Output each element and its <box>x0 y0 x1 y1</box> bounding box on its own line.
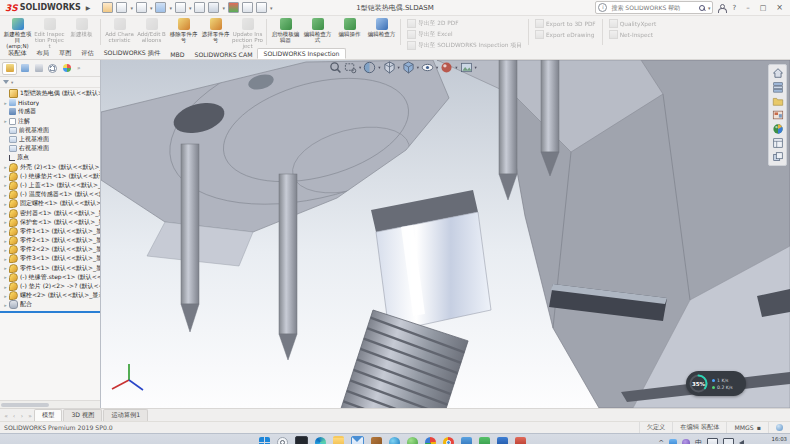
tab-sketch[interactable]: 草图 <box>54 48 76 59</box>
export-edrawing-item[interactable]: Export eDrawing <box>535 30 596 39</box>
edit-appearance-icon[interactable] <box>440 61 453 74</box>
tree-item-component[interactable]: ▸固定螺栓<1> (默认<<默认>_显示 <box>2 199 100 208</box>
tree-item-annotations[interactable]: ▸注解 <box>2 117 100 126</box>
select-icon[interactable] <box>208 2 219 13</box>
expand-arrow-icon[interactable]: ▸ <box>2 118 9 124</box>
net-inspect-item[interactable]: Net-Inspect <box>609 30 657 39</box>
expand-arrow-icon[interactable]: ▸ <box>2 210 9 216</box>
tree-item-history[interactable]: ▸History <box>2 98 100 107</box>
expand-arrow-icon[interactable]: ▸ <box>2 173 9 179</box>
add-edit-balloons-button[interactable]: Add/Edit Balloons <box>136 17 167 47</box>
tab-nav-last-icon[interactable]: » <box>26 412 34 419</box>
search-icon[interactable] <box>698 4 706 12</box>
tab-assembly[interactable]: 装配体 <box>3 48 32 59</box>
graphics-viewport[interactable]: ▾ ▾ ▾ ▾ ▾ ▾ ▾ <box>101 60 790 408</box>
zoom-area-icon[interactable] <box>344 61 357 74</box>
tree-item-component[interactable]: ▸(-) 垫片 (2)<2> ->? (默认<<默认 <box>2 282 100 291</box>
login-icon[interactable] <box>717 4 725 12</box>
expand-arrow-icon[interactable]: ▸ <box>2 192 9 198</box>
word-icon[interactable] <box>497 437 508 444</box>
close-button[interactable]: × <box>773 3 786 12</box>
expand-arrow-icon[interactable]: ▸ <box>2 256 9 262</box>
scrollbar-thumb[interactable] <box>1 403 49 407</box>
tree-item-component[interactable]: ▸(-) 绝缘垫片<1> (默认<<默认>_显 <box>2 172 100 181</box>
reader-app-icon[interactable] <box>461 437 472 444</box>
expand-arrow-icon[interactable]: ▸ <box>2 219 9 225</box>
displaymanager-tab[interactable] <box>60 63 73 74</box>
caret-icon[interactable]: ▾ <box>417 65 419 70</box>
home-icon[interactable] <box>102 2 113 13</box>
tab-evaluate[interactable]: 评估 <box>76 48 98 59</box>
touch-keyboard-icon[interactable] <box>707 438 718 444</box>
tree-item-mates[interactable]: ▸配合 <box>2 300 100 309</box>
new-document-icon[interactable] <box>116 2 127 13</box>
search-scope-icon[interactable]: i <box>598 3 607 12</box>
cad-model[interactable] <box>101 60 790 408</box>
display-icon[interactable] <box>723 438 734 444</box>
view-palette-icon[interactable] <box>771 109 784 121</box>
taskbar-clock[interactable]: 16:03 2022/8/15 <box>759 434 787 444</box>
apply-scene-icon[interactable] <box>460 61 473 74</box>
print-caret-icon[interactable]: ▾ <box>189 5 192 11</box>
export-2d-pdf-item[interactable]: 导出至 2D PDF <box>407 19 522 28</box>
tree-item-right-plane[interactable]: 右视基准面 <box>2 144 100 153</box>
expand-arrow-icon[interactable]: ▸ <box>2 284 9 290</box>
caret-icon[interactable]: ▾ <box>455 65 457 70</box>
filter-caret-icon[interactable]: ▾ <box>11 80 13 85</box>
zoom-fit-icon[interactable] <box>329 61 342 74</box>
tab-solidworks-inspection[interactable]: SOLIDWORKS Inspection <box>257 48 345 59</box>
search-caret-icon[interactable]: ▾ <box>708 5 711 11</box>
tab-motion-study[interactable]: 运动算例1 <box>103 409 148 421</box>
qualityxpert-item[interactable]: QualityXpert <box>609 19 657 28</box>
options-caret-icon[interactable]: ▾ <box>270 5 273 11</box>
expand-arrow-icon[interactable]: ▸ <box>2 265 9 271</box>
tree-item-component[interactable]: ▸外壳 (2)<1> (默认<<默认>_显示状 <box>2 163 100 172</box>
tab-nav-first-icon[interactable]: « <box>2 412 10 419</box>
caret-icon[interactable]: ▾ <box>359 65 361 70</box>
edit-inspection-project-button[interactable]: Edit Inspection Project <box>34 17 65 47</box>
tree-item-component[interactable]: ▸零件1<1> (默认<<默认>_显示状态 <box>2 227 100 236</box>
undo-icon[interactable] <box>194 2 205 13</box>
select-balloons-button[interactable]: 选择零件序号 <box>200 17 231 47</box>
edit-inspection-method-button[interactable]: 编辑检查方式 <box>302 17 333 47</box>
export-3d-pdf-item[interactable]: Export to 3D PDF <box>535 19 596 28</box>
edge-icon[interactable] <box>315 437 326 444</box>
caret-icon[interactable]: ▾ <box>475 65 477 70</box>
file-explorer-icon[interactable] <box>333 436 344 444</box>
tab-mbd[interactable]: MBD <box>165 50 189 59</box>
appearances-icon[interactable] <box>771 123 784 135</box>
tree-item-component[interactable]: ▸(-) 绝缘管.step<1> (默认<<默认> <box>2 273 100 282</box>
filter-icon[interactable] <box>3 80 9 84</box>
tab-solidworks-cam[interactable]: SOLIDWORKS CAM <box>190 50 258 59</box>
tree-item-component[interactable]: ▸(-) 温度传感器<1> (默认<<默认>_ <box>2 190 100 199</box>
rebuild-icon[interactable] <box>228 2 239 13</box>
tab-addins[interactable]: SOLIDWORKS 插件 <box>99 48 165 59</box>
update-inspection-project-button[interactable]: Update Inspection Project <box>232 17 263 47</box>
tree-item-component[interactable]: ▸保护套<1> (默认<<默认>_显示状 <box>2 218 100 227</box>
tree-item-front-plane[interactable]: 前视基准面 <box>2 126 100 135</box>
design-library-icon[interactable] <box>771 81 784 93</box>
tree-item-component[interactable]: ▸(-) 上盖<1> (默认<<默认>_显示状 <box>2 181 100 190</box>
help-button[interactable]: ? <box>729 4 739 12</box>
launch-template-editor-button[interactable]: 启动模板编辑器 <box>270 17 301 47</box>
dimxpertmanager-tab[interactable] <box>46 63 59 74</box>
configurationmanager-tab[interactable] <box>32 63 45 74</box>
solidworks-resources-icon[interactable] <box>771 151 784 163</box>
display-settings-icon[interactable] <box>242 2 253 13</box>
caret-icon[interactable]: ▾ <box>378 65 380 70</box>
search-input[interactable] <box>609 3 695 12</box>
add-characteristic-button[interactable]: Add Characteristic <box>104 17 135 47</box>
tree-item-component[interactable]: ▸零件5<1> (默认<<默认>_显示状 <box>2 264 100 273</box>
expand-arrow-icon[interactable]: ▸ <box>2 201 9 207</box>
tree-item-root[interactable]: 1型铠装热电偶 (默认<<默认>_显示状态-1 <box>2 89 100 98</box>
tray-security-icon[interactable] <box>682 439 690 444</box>
mail-icon[interactable] <box>351 436 364 444</box>
expand-arrow-icon[interactable]: ▸ <box>2 302 9 308</box>
remove-balloons-button[interactable]: 移除零件序号 <box>168 17 199 47</box>
expand-arrow-icon[interactable]: ▸ <box>2 100 9 106</box>
hide-show-items-icon[interactable] <box>421 61 434 74</box>
task-view-icon[interactable] <box>295 436 308 444</box>
tree-item-component[interactable]: ▸零件2<1> (默认<<默认>_显示状 <box>2 236 100 245</box>
panel-horizontal-scrollbar[interactable] <box>0 400 100 408</box>
new-template-button[interactable]: 新建模板 <box>66 17 97 47</box>
